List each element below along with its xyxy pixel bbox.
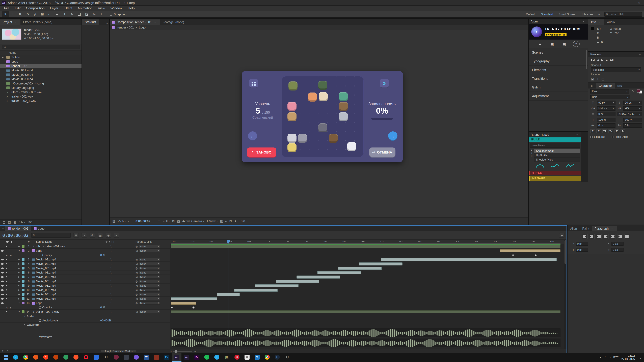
comp-marker-bin-icon[interactable]: ◆ bbox=[559, 233, 564, 238]
pan-behind-tool[interactable]: ⊞ bbox=[39, 11, 46, 17]
blue-app[interactable] bbox=[91, 353, 101, 362]
property-name[interactable]: Audio Levels bbox=[42, 319, 58, 322]
parent-select[interactable]: None▾ bbox=[139, 267, 160, 270]
audio-toggle[interactable] bbox=[4, 280, 8, 282]
parent-pickwhip-icon[interactable]: ◎ bbox=[136, 275, 138, 278]
label-color[interactable] bbox=[21, 297, 25, 300]
font-style-select[interactable]: Bold▾ bbox=[590, 95, 630, 99]
property-row[interactable]: ◀▶Opacity0 % bbox=[0, 305, 170, 310]
label-color[interactable] bbox=[21, 310, 25, 313]
parent-pickwhip-icon[interactable]: ◎ bbox=[136, 262, 138, 265]
parent-pickwhip-icon[interactable]: ◎ bbox=[136, 249, 138, 252]
crumb-composition[interactable]: render - 001 bbox=[118, 26, 134, 29]
region-of-interest-icon[interactable]: ⊡ bbox=[172, 219, 174, 223]
hose-bend-icon[interactable] bbox=[566, 163, 574, 169]
panel-menu-icon[interactable]: ≡ bbox=[14, 21, 18, 24]
hand-tool[interactable]: ✛ bbox=[10, 11, 16, 17]
parent-pickwhip-icon[interactable]: ◎ bbox=[136, 271, 138, 274]
hose-curve-icon[interactable] bbox=[536, 163, 544, 169]
font-family-select[interactable]: Kent▾ bbox=[590, 89, 629, 93]
toggle-switches-modes-button[interactable]: Toggle Switches / Modes bbox=[101, 349, 136, 353]
workspace-overflow-icon[interactable]: » bbox=[596, 12, 602, 16]
panel-menu-icon[interactable]: ≡ bbox=[610, 227, 614, 230]
panel-menu-icon[interactable]: ≡ bbox=[638, 53, 642, 56]
tsume-field[interactable]: 0 % bbox=[623, 123, 642, 128]
label-color[interactable] bbox=[21, 302, 25, 304]
selection-tool[interactable]: ↖ bbox=[2, 11, 9, 17]
project-item-movie-036-mp4[interactable]: Movie_036.mp4 bbox=[0, 72, 82, 77]
prev-keyframe-icon[interactable]: ◀ bbox=[6, 306, 8, 309]
hose-name-input[interactable]: Hose Name... bbox=[530, 143, 580, 148]
zoom-tool[interactable]: ⚲ bbox=[16, 10, 25, 19]
add-preset-icon[interactable]: + bbox=[531, 152, 532, 154]
next-keyframe-icon[interactable]: ▶ bbox=[10, 306, 12, 309]
vscode[interactable]: V bbox=[252, 353, 262, 362]
network-icon[interactable]: ⇅ bbox=[604, 356, 606, 359]
parent-select[interactable]: None▾ bbox=[139, 301, 160, 305]
project-item-render-001[interactable]: render - 001 bbox=[0, 64, 82, 68]
label-color[interactable] bbox=[21, 289, 25, 291]
layer-row[interactable]: ▶12Movie_031.mp4∖◎None▾ bbox=[0, 297, 170, 301]
stopwatch-icon[interactable] bbox=[38, 254, 41, 256]
scrollbar[interactable] bbox=[586, 50, 587, 69]
tracking-select[interactable]: -25▾ bbox=[623, 106, 642, 111]
layer-name[interactable]: Movie_031.mp4 bbox=[36, 284, 102, 287]
label-color[interactable] bbox=[21, 249, 25, 252]
timeline-search-input[interactable]: ⚲ bbox=[31, 233, 71, 238]
parent-pickwhip-icon[interactable]: ◎ bbox=[136, 280, 138, 283]
tab-brushes[interactable]: Bru bbox=[615, 83, 625, 88]
visibility-toggle[interactable] bbox=[0, 263, 4, 265]
menu-file[interactable]: File bbox=[1, 6, 12, 10]
taskbar-clock[interactable]: 13:22 27.04.2025 bbox=[621, 354, 635, 361]
workspace-libraries[interactable]: Libraries bbox=[579, 12, 596, 16]
parent-select[interactable]: None▾ bbox=[139, 297, 160, 300]
parent-pickwhip-icon[interactable]: ◎ bbox=[136, 302, 138, 305]
faux-italic-button[interactable]: T bbox=[596, 129, 601, 133]
panel-menu-icon[interactable]: ≣ bbox=[0, 227, 5, 230]
vertical-scale-field[interactable]: 100 % bbox=[597, 118, 616, 122]
visibility-toggle[interactable] bbox=[0, 272, 4, 273]
parent-select[interactable]: None▾ bbox=[139, 271, 160, 274]
fill-color-swatch[interactable] bbox=[637, 89, 642, 93]
layer-switches[interactable]: ∖ bbox=[102, 280, 136, 283]
layer-name[interactable]: Movie_031.mp4 bbox=[36, 275, 102, 279]
language-indicator[interactable]: РУС bbox=[613, 356, 619, 359]
resolution-select[interactable]: Full▾ bbox=[163, 219, 170, 223]
hose-preset-shoulder-hips[interactable]: Shoulder/Hips bbox=[534, 158, 580, 162]
visibility-toggle[interactable] bbox=[0, 285, 4, 286]
audio-toggle[interactable] bbox=[4, 263, 8, 265]
eyedropper-icon[interactable]: ✎ bbox=[630, 90, 636, 93]
rust-app[interactable] bbox=[152, 353, 161, 362]
project-item-movie-037-mp4[interactable]: Movie_037.mp4 bbox=[0, 77, 82, 81]
visibility-toggle[interactable] bbox=[0, 294, 4, 295]
zoom-out-icon[interactable]: ▲ bbox=[170, 350, 172, 352]
clip-bar[interactable] bbox=[255, 284, 298, 287]
layer-row[interactable]: ▶8Movie_031.mp4∖◎None▾ bbox=[0, 279, 170, 284]
stroke-style-select[interactable]: Fill Over Stroke▾ bbox=[617, 112, 642, 116]
label-color[interactable] bbox=[21, 280, 25, 283]
layer-name[interactable]: Movie_031.mp4 bbox=[36, 262, 102, 266]
delete-icon[interactable]: ⌦ bbox=[28, 220, 32, 224]
settings[interactable]: ⚙ bbox=[101, 353, 111, 362]
rubberhose-panel-title[interactable]: RubberHose2 bbox=[531, 133, 549, 136]
telegram[interactable]: ✈ bbox=[212, 353, 222, 362]
layer-row[interactable]: ▶3Movie_031.mp4∖◎None▾ bbox=[0, 257, 170, 262]
layer-expander[interactable]: ▶ bbox=[17, 293, 21, 295]
property-row[interactable]: ◀▶Opacity0 % bbox=[0, 253, 170, 257]
panel-menu-icon[interactable]: ≡ bbox=[582, 20, 586, 23]
timeline-tab-render-001[interactable]: render - 001 bbox=[5, 226, 31, 231]
overlays-include-icon[interactable]: ▢ bbox=[602, 77, 604, 81]
parent-pickwhip-icon[interactable]: ◎ bbox=[136, 284, 138, 287]
violet-app[interactable] bbox=[132, 353, 141, 362]
interpret-footage-icon[interactable]: ◫ bbox=[3, 220, 5, 224]
firefox-dev[interactable] bbox=[51, 353, 61, 362]
parent-select[interactable]: None▾ bbox=[139, 275, 160, 279]
previous-frame-button[interactable]: ◀ bbox=[597, 58, 599, 61]
preview-panel-title[interactable]: Preview bbox=[590, 53, 601, 56]
spotify[interactable]: ♪ bbox=[202, 353, 212, 362]
panel-menu-icon[interactable]: ≡ bbox=[575, 133, 579, 136]
atom-category-glitch[interactable]: Glitch bbox=[528, 83, 588, 92]
type-tool[interactable]: T bbox=[61, 11, 68, 17]
keyframe-diamond[interactable] bbox=[171, 306, 173, 309]
clip-bar[interactable] bbox=[296, 276, 340, 279]
